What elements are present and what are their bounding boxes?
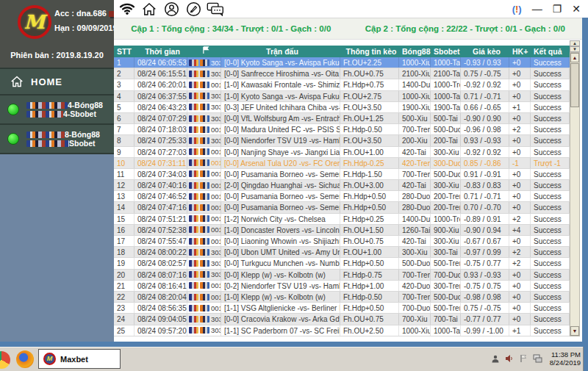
col-flags[interactable]: [187, 46, 221, 57]
col-bet-info[interactable]: Thông tin kèo: [340, 46, 399, 57]
sidebar-item-account-1[interactable]: 4-Bóng88 4-Sbobet: [0, 96, 114, 125]
col-stt[interactable]: STT: [114, 46, 135, 57]
cell-odds: 0.93 / -0.93: [461, 135, 509, 145]
cell-hk: +0: [509, 236, 531, 246]
cell-account: 0011...: [187, 191, 221, 201]
cell-account: 0011...: [187, 147, 221, 157]
compose-icon[interactable]: [184, 1, 202, 17]
cell-hk: +0: [509, 303, 531, 313]
table-row[interactable]: 1108/24 07:34:030011...[0-0] Pusamania B…: [114, 169, 570, 180]
table-row[interactable]: 708/24 07:18:030011...[0-0] Madura Unite…: [114, 124, 570, 135]
cell-result: Success: [531, 258, 570, 268]
spin-up-button[interactable]: ▲: [570, 40, 580, 46]
vertical-scrollbar[interactable]: ▲ ▼: [570, 52, 580, 336]
tray-user-icon[interactable]: [491, 354, 501, 364]
col-hk[interactable]: HK+: [509, 46, 531, 57]
scrollbar-thumb[interactable]: [570, 63, 579, 107]
cell-account: 0011...: [187, 79, 221, 90]
table-row[interactable]: 508/24 06:43:23303...[0-3] JEF United Ic…: [114, 102, 570, 113]
table-row[interactable]: 1908/24 08:02:57303...[0-0] Turkgucu Mun…: [114, 258, 570, 269]
table-row[interactable]: 408/24 06:37:55303...[1-0] Kyoto Sanga -…: [114, 91, 570, 102]
cell-sbobet: 1000-Tai: [431, 91, 461, 101]
sidebar-item-home[interactable]: HOME: [0, 69, 114, 96]
firefox-icon[interactable]: [16, 350, 34, 368]
tray-volume-icon[interactable]: [505, 354, 514, 364]
sidebar-item-account-2[interactable]: 8-Bóng88 Sbobet: [0, 125, 114, 154]
minimize-button[interactable]: —: [532, 4, 542, 14]
col-time[interactable]: Thời gian: [135, 46, 187, 57]
chat-icon[interactable]: [207, 1, 224, 17]
notification-icon[interactable]: (!): [512, 4, 522, 14]
team-flag-icon: [189, 148, 198, 155]
cell-time: 08/24 08:16:41: [135, 281, 187, 291]
cell-time: 08/24 08:20:04: [135, 292, 187, 302]
user-icon[interactable]: [162, 1, 180, 17]
cell-time: 08/24 08:07:16: [135, 270, 187, 280]
table-row[interactable]: 1808/24 08:00:22303...[0-0] Ubon UMT Uni…: [114, 247, 570, 258]
tray-network-icon[interactable]: [533, 354, 542, 364]
table-row[interactable]: 2108/24 08:16:410011...[0-2] Niendorfer …: [114, 281, 570, 292]
cell-time: 08/24 06:43:23: [135, 102, 187, 112]
cell-match: [0-0] Liaoning Whowin -vs- Shijiazhuang …: [221, 236, 340, 246]
table-row[interactable]: 2308/24 08:56:350011...[1-1] VSG Altglie…: [114, 303, 570, 314]
system-tray: 11:38 PM8/24/2019: [491, 348, 581, 369]
cell-sbobet: 300-Xiu: [431, 236, 461, 246]
cell-stt: 7: [114, 124, 135, 134]
team-flag-icon: [200, 249, 209, 256]
table-row[interactable]: 1608/24 07:52:380011...[1-0] Doncaster R…: [114, 225, 570, 236]
col-result[interactable]: Kết quả: [531, 46, 570, 57]
cell-stt: 18: [114, 247, 135, 257]
table-row[interactable]: 608/24 07:07:29303...[0-0] VfL Wolfsburg…: [114, 113, 570, 124]
team-flag-icon: [200, 137, 209, 144]
table-row[interactable]: 208/24 06:15:51303...[0-0] Sanfrecce Hir…: [114, 68, 570, 79]
redacted-text: [26, 111, 63, 118]
table-row[interactable]: 2408/24 09:04:05303...[0-0] Cracovia Kra…: [114, 314, 570, 325]
cell-sbobet: 300-Duoi: [431, 158, 461, 168]
cell-match: [0-0] Pusamania Borneo -vs- Semen Padang…: [221, 169, 340, 179]
cell-sbobet: 2100-Tai: [431, 68, 461, 79]
cell-bet-info: Fh.Hdp+0.50: [340, 202, 399, 212]
cell-sbobet: 300-Xiu: [431, 180, 461, 190]
table-row[interactable]: 808/24 07:25:33303...[0-0] Niendorfer TS…: [114, 135, 570, 146]
col-match[interactable]: Trận đấu: [221, 46, 340, 57]
cell-hk: +1: [509, 325, 531, 336]
home-toolbar-icon[interactable]: [140, 1, 158, 17]
table-row[interactable]: 108/24 06:05:53303...[0-0] Kyoto Sanga -…: [114, 57, 570, 68]
taskbar-app-button[interactable]: M Maxbet: [38, 349, 121, 369]
show-desktop-button[interactable]: [583, 347, 588, 371]
maximize-button[interactable]: ❐: [553, 4, 562, 14]
cell-stt: 2: [114, 68, 135, 79]
col-odds[interactable]: Giá kèo: [461, 46, 509, 57]
team-flag-icon: [200, 215, 209, 222]
cell-hk: +0: [509, 314, 531, 324]
table-row[interactable]: 1208/24 07:40:160011...[2-0] Qingdao Hua…: [114, 180, 570, 191]
table-row[interactable]: 1008/24 07:31:110011...[0-0] Arsenal Tul…: [114, 158, 570, 169]
scroll-down-arrow[interactable]: ▼: [570, 326, 579, 336]
table-row[interactable]: 908/24 07:27:030011...[0-0] Nanjing Shay…: [114, 147, 570, 158]
table-row[interactable]: 1308/24 07:46:520011...[0-0] Pusamania B…: [114, 191, 570, 202]
wifi-icon[interactable]: [118, 1, 136, 17]
table-row[interactable]: 1708/24 07:55:470011...[0-0] Liaoning Wh…: [114, 236, 570, 247]
spin-down-button[interactable]: ▼: [570, 46, 580, 52]
cell-odds: -0.75 / 0.77: [461, 258, 509, 268]
scroll-up-arrow[interactable]: ▲: [570, 53, 579, 62]
team-flag-icon: [200, 60, 209, 66]
col-bong88[interactable]: Bóng88: [399, 46, 431, 57]
cell-account: 0011...: [187, 202, 221, 212]
team-flag-icon: [189, 137, 198, 144]
cell-odds: -0.77 / 0.77: [461, 314, 509, 324]
cell-account: 303...: [187, 270, 221, 280]
table-row[interactable]: 2208/24 08:20:040011...[1-0] Klepp (w) -…: [114, 292, 570, 303]
tray-flag-icon[interactable]: [519, 354, 528, 364]
team-flag-icon: [200, 170, 209, 177]
table-row[interactable]: 2008/24 08:07:16303...[0-0] Klepp (w) -v…: [114, 270, 570, 281]
cell-odds: -0.89 / 0.91: [461, 214, 509, 224]
table-row[interactable]: 1508/24 07:51:210011...[1-2] Norwich Cit…: [114, 214, 570, 225]
cell-bong88: 420-Duoi: [399, 281, 431, 291]
close-button[interactable]: ✕: [572, 4, 581, 14]
table-row[interactable]: 308/24 06:20:010011...[1-0] Kawasaki Fro…: [114, 79, 570, 90]
table-row[interactable]: 2508/24 09:57:20303...[1-1] SC Paderborn…: [114, 325, 570, 336]
col-sbobet[interactable]: Sbobet: [431, 46, 461, 57]
cap1-stats: Cập 1 : Tổng cộng : 34/34 - Trượt : 0/1 …: [114, 24, 348, 33]
table-row[interactable]: 1408/24 07:47:160011...[0-0] Pusamania B…: [114, 202, 570, 213]
